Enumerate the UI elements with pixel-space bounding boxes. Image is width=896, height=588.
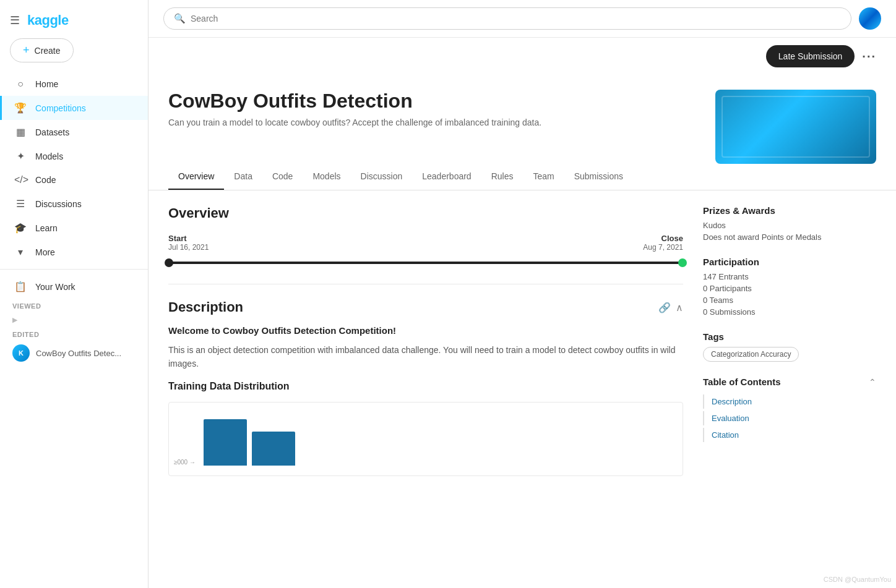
sidebar-item-label: Models: [35, 151, 63, 161]
chart-y-label: ≥000 →: [174, 459, 196, 466]
timeline-start-dot: [165, 258, 173, 267]
sidebar-item-home[interactable]: ○ Home: [0, 72, 148, 96]
tab-data[interactable]: Data: [224, 164, 262, 190]
user-avatar[interactable]: [859, 7, 881, 30]
viewed-section-label: VIEWED: [0, 299, 148, 311]
timeline-start-label: Start: [168, 234, 209, 243]
action-bar: Late Submission ···: [149, 38, 896, 75]
toc-header: Table of Contents ⌃: [703, 377, 876, 387]
tabs: Overview Data Code Models Discussion Lea…: [149, 164, 896, 190]
tab-code[interactable]: Code: [262, 164, 303, 190]
sidebar-item-competitions[interactable]: 🏆 Competitions: [0, 96, 148, 120]
sidebar-item-label: Home: [35, 79, 58, 89]
tab-models[interactable]: Models: [303, 164, 350, 190]
tags-title: Tags: [703, 331, 876, 342]
learn-icon: 🎓: [14, 222, 27, 234]
timeline-close-date: Aug 7, 2021: [643, 243, 683, 252]
prizes-type: Kudos: [703, 221, 876, 230]
more-options-button[interactable]: ···: [862, 49, 876, 64]
sidebar-item-datasets[interactable]: ▦ Datasets: [0, 120, 148, 144]
collapse-icon-button[interactable]: ∧: [676, 302, 683, 313]
tab-rules[interactable]: Rules: [481, 164, 523, 190]
tags-section: Tags Categorization Accuracy: [703, 331, 876, 362]
participation-section: Participation 147 Entrants 0 Participant…: [703, 257, 876, 317]
overview-sidebar: Prizes & Awards Kudos Does not award Poi…: [703, 205, 876, 476]
toc-item-evaluation[interactable]: Evaluation: [703, 411, 876, 425]
overview-content: Overview Start Jul 16, 2021 Close Aug 7,…: [149, 190, 896, 491]
sidebar-item-learn[interactable]: 🎓 Learn: [0, 216, 148, 240]
link-icon-button[interactable]: 🔗: [658, 302, 671, 313]
participation-title: Participation: [703, 257, 876, 267]
sidebar-item-label: More: [35, 247, 55, 257]
tag-item[interactable]: Categorization Accuracy: [703, 347, 799, 362]
search-input[interactable]: [191, 14, 841, 23]
description-welcome: Welcome to Cowboy Outfits Detection Comp…: [168, 325, 683, 336]
sidebar-item-code[interactable]: </> Code: [0, 168, 148, 192]
timeline-end: Close Aug 7, 2021: [643, 234, 683, 252]
description-actions: 🔗 ∧: [658, 302, 683, 313]
timeline-start: Start Jul 16, 2021: [168, 234, 209, 252]
sidebar-item-your-work[interactable]: 📋 Your Work: [0, 275, 148, 299]
chart-bar-2: [252, 432, 295, 466]
competition-title-area: CowBoy Outfits Detection Can you train a…: [168, 90, 541, 127]
sidebar-item-label: Code: [35, 175, 56, 185]
your-work-icon: 📋: [14, 281, 27, 292]
sidebar: ☰ kaggle + Create ○ Home 🏆 Competitions …: [0, 0, 149, 588]
prizes-note: Does not award Points or Medals: [703, 232, 876, 242]
kaggle-logo: kaggle: [27, 12, 69, 28]
hamburger-icon[interactable]: ☰: [10, 14, 20, 27]
training-data-title: Training Data Distribution: [168, 381, 683, 392]
timeline-end-dot: [678, 258, 687, 267]
toc-section: Table of Contents ⌃ Description Evaluati…: [703, 377, 876, 442]
description-body: This is an object detection competition …: [168, 343, 683, 371]
timeline-dates: Start Jul 16, 2021 Close Aug 7, 2021: [168, 234, 683, 252]
participation-submissions: 0 Submissions: [703, 307, 876, 317]
description-section: Description 🔗 ∧ Welcome to Cowboy Outfit…: [168, 284, 683, 476]
overview-main: Overview Start Jul 16, 2021 Close Aug 7,…: [168, 205, 683, 476]
prizes-title: Prizes & Awards: [703, 205, 876, 216]
search-icon: 🔍: [174, 13, 186, 24]
competition-banner: [715, 90, 876, 164]
sidebar-divider: [0, 269, 148, 270]
trophy-icon: 🏆: [14, 102, 27, 114]
tab-overview[interactable]: Overview: [168, 164, 224, 190]
participation-entrants: 147 Entrants: [703, 272, 876, 281]
discussions-icon: ☰: [14, 198, 27, 210]
create-label: Create: [35, 46, 61, 56]
tab-discussion[interactable]: Discussion: [351, 164, 413, 190]
sidebar-item-label: Your Work: [35, 282, 75, 292]
tab-leaderboard[interactable]: Leaderboard: [412, 164, 481, 190]
sidebar-item-label: Discussions: [35, 199, 82, 209]
toc-collapse-button[interactable]: ⌃: [869, 377, 876, 387]
tab-submissions[interactable]: Submissions: [564, 164, 633, 190]
timeline-close-label: Close: [643, 234, 683, 243]
overview-section-title: Overview: [168, 205, 683, 221]
sidebar-item-models[interactable]: ✦ Models: [0, 144, 148, 168]
sidebar-item-label: Learn: [35, 223, 58, 233]
main-area: 🔍 Late Submission ··· CowBoy Outfits Det…: [149, 0, 896, 588]
sidebar-header: ☰ kaggle: [0, 7, 148, 38]
late-submission-button[interactable]: Late Submission: [766, 45, 855, 67]
sidebar-item-discussions[interactable]: ☰ Discussions: [0, 192, 148, 216]
sidebar-item-more[interactable]: ▾ More: [0, 240, 148, 264]
edited-competition-item[interactable]: K CowBoy Outfits Detec...: [0, 339, 148, 367]
timeline-start-date: Jul 16, 2021: [168, 243, 209, 252]
create-button[interactable]: + Create: [10, 38, 74, 62]
chart-bars: [204, 413, 295, 466]
toc-item-citation[interactable]: Citation: [703, 428, 876, 442]
toc-title: Table of Contents: [703, 377, 781, 387]
edited-section-label: EDITED: [0, 327, 148, 339]
models-icon: ✦: [14, 150, 27, 162]
participation-teams: 0 Teams: [703, 296, 876, 305]
topbar: 🔍: [149, 0, 896, 38]
home-icon: ○: [14, 79, 27, 90]
participation-participants: 0 Participants: [703, 284, 876, 293]
toc-item-description[interactable]: Description: [703, 394, 876, 409]
description-header: Description 🔗 ∧: [168, 299, 683, 315]
description-title: Description: [168, 299, 243, 315]
topbar-right: [859, 7, 881, 30]
plus-icon: +: [23, 44, 30, 57]
tab-team[interactable]: Team: [523, 164, 564, 190]
search-bar[interactable]: 🔍: [163, 7, 851, 30]
chevron-down-icon: ▾: [14, 246, 27, 258]
